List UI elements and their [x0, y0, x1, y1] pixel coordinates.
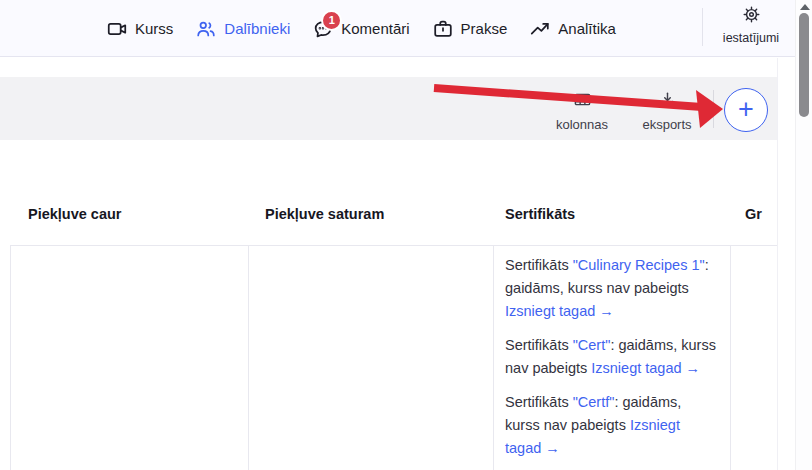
columns-icon [573, 90, 592, 113]
table-toolbar: kolonnas eksports + [0, 77, 777, 140]
vertical-scrollbar [795, 0, 812, 470]
column-header-certificate: Sertifikāts [505, 206, 575, 226]
table-column-divider [493, 246, 494, 470]
scrollbar-thumb[interactable] [799, 13, 809, 117]
certificate-name-link[interactable]: "Certf" [573, 394, 615, 410]
column-header-groups: Gr [745, 206, 762, 226]
nav-item-course[interactable]: Kurss [106, 18, 173, 40]
certificate-name-link[interactable]: "Cert" [573, 337, 611, 353]
users-icon [195, 18, 217, 40]
download-icon [658, 90, 677, 113]
columns-label: kolonnas [556, 117, 608, 132]
nav-item-label: Dalībnieki [224, 20, 290, 37]
briefcase-icon [432, 18, 454, 40]
certificate-entry: Sertifikāts "Certf": gaidāms, kurss nav … [505, 391, 719, 460]
export-button[interactable]: eksports [631, 90, 703, 132]
nav-item-participants[interactable]: Dalībnieki [195, 18, 290, 40]
table-column-divider [10, 246, 11, 470]
comment-icon: 1 [312, 18, 334, 40]
nav-item-practice[interactable]: Prakse [432, 18, 508, 40]
certificate-cell: Sertifikāts "Culinary Recipes 1": gaidām… [505, 254, 719, 470]
export-label: eksports [642, 117, 691, 132]
columns-button[interactable]: kolonnas [546, 90, 618, 132]
video-icon [106, 18, 128, 40]
certificate-prefix: Sertifikāts [505, 257, 573, 273]
column-header-content-access: Piekļuve saturam [265, 206, 384, 226]
table-column-divider [730, 246, 731, 470]
trend-icon [529, 18, 551, 40]
comments-badge: 1 [321, 10, 342, 31]
content-right-edge [777, 58, 778, 470]
table-column-divider [248, 246, 249, 470]
certificate-entry: Sertifikāts "Cert": gaidāms, kurss nav p… [505, 334, 719, 380]
add-participant-button[interactable]: + [724, 88, 768, 132]
certificate-prefix: Sertifikāts [505, 394, 573, 410]
settings-button[interactable]: iestatījumi [707, 5, 795, 45]
nav-divider [702, 8, 703, 46]
scrollbar-up-button[interactable] [800, 4, 810, 10]
certificate-name-link[interactable]: "Culinary Recipes 1" [573, 257, 705, 273]
toolbar-divider [713, 90, 714, 128]
column-header-access-via: Piekļuve caur [28, 206, 122, 226]
gear-icon [742, 5, 761, 28]
top-navigation: Kurss Dalībnieki 1 [0, 0, 812, 57]
participants-page: { "nav": { "items": [ {"label": "Kurss",… [0, 0, 812, 470]
issue-now-link[interactable]: Izsniegt tagad → [591, 360, 700, 376]
plus-icon: + [738, 96, 754, 123]
issue-now-link[interactable]: Izsniegt tagad → [505, 303, 614, 319]
nav-item-label: Analītika [558, 20, 616, 37]
nav-item-label: Prakse [461, 20, 508, 37]
certificate-prefix: Sertifikāts [505, 337, 573, 353]
settings-label: iestatījumi [723, 31, 779, 45]
nav-items: Kurss Dalībnieki 1 [106, 0, 616, 57]
nav-item-analytics[interactable]: Analītika [529, 18, 616, 40]
nav-item-label: Kurss [135, 20, 173, 37]
certificate-entry: Sertifikāts "Culinary Recipes 1": gaidām… [505, 254, 719, 323]
nav-item-comments[interactable]: 1 Komentāri [312, 18, 409, 40]
nav-item-label: Komentāri [341, 20, 409, 37]
table-header-divider [10, 245, 777, 246]
